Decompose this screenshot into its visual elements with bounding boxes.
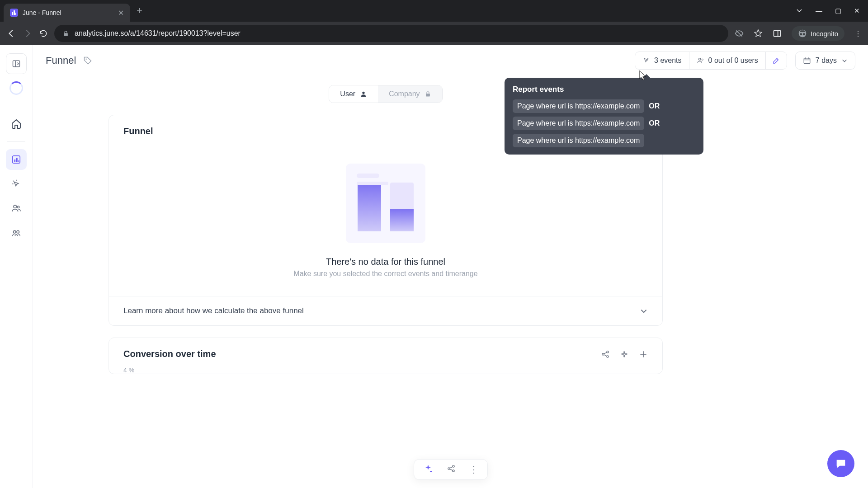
svg-point-16 bbox=[17, 206, 19, 208]
svg-line-42 bbox=[449, 467, 453, 468]
close-window-icon[interactable]: ✕ bbox=[854, 7, 860, 15]
incognito-badge[interactable]: Incognito bbox=[792, 26, 844, 41]
tooltip-title: Report events bbox=[513, 85, 695, 94]
back-icon[interactable] bbox=[6, 28, 16, 38]
new-tab-button[interactable]: + bbox=[137, 5, 142, 17]
tooltip-event-row: Page where url is https://example.com OR bbox=[513, 99, 695, 113]
lock-icon bbox=[62, 30, 69, 37]
tooltip-event-row: Page where url is https://example.com bbox=[513, 134, 695, 147]
chevron-down-icon bbox=[640, 307, 648, 315]
tag-icon[interactable] bbox=[83, 56, 92, 65]
tab-close-icon[interactable]: ✕ bbox=[118, 9, 124, 17]
empty-heading: There's no data for this funnel bbox=[326, 257, 445, 267]
funnel-empty-illustration bbox=[346, 164, 425, 243]
event-or: OR bbox=[649, 119, 660, 127]
svg-rect-0 bbox=[12, 12, 13, 15]
sidebar-item-reports[interactable] bbox=[6, 149, 27, 170]
sidebar-item-home[interactable] bbox=[6, 113, 27, 134]
maximize-icon[interactable]: ▢ bbox=[835, 7, 841, 15]
conversion-title: Conversion over time bbox=[123, 349, 216, 359]
incognito-label: Incognito bbox=[811, 30, 838, 38]
favicon bbox=[10, 9, 18, 17]
url-input[interactable]: analytics.june.so/a/14631/report/190013?… bbox=[54, 25, 728, 42]
svg-rect-1 bbox=[14, 10, 15, 15]
sidebar-item-events[interactable] bbox=[6, 174, 27, 194]
share-icon[interactable] bbox=[601, 350, 610, 359]
event-chip: Page where url is https://example.com bbox=[513, 134, 644, 147]
tab-title: June - Funnel bbox=[23, 9, 113, 16]
floating-toolbar: ⋮ bbox=[414, 459, 488, 480]
svg-rect-4 bbox=[774, 30, 781, 36]
cursor-click-icon bbox=[11, 179, 21, 189]
minimize-icon[interactable]: — bbox=[816, 7, 822, 15]
level-user-button[interactable]: User bbox=[329, 85, 378, 103]
eye-off-icon[interactable] bbox=[735, 29, 744, 38]
svg-rect-27 bbox=[426, 94, 430, 96]
main-content: Funnel 3 events 0 out of 0 users bbox=[33, 45, 868, 488]
window-controls: — ▢ ✕ bbox=[796, 7, 864, 15]
svg-rect-14 bbox=[19, 160, 19, 162]
lock-icon bbox=[425, 91, 431, 98]
tooltip-event-row: Page where url is https://example.com OR bbox=[513, 117, 695, 130]
share-button[interactable] bbox=[447, 464, 456, 475]
more-menu-button[interactable]: ⋮ bbox=[469, 464, 478, 475]
empty-subtext: Make sure you selected the correct event… bbox=[293, 270, 477, 278]
level-company-button[interactable]: Company bbox=[378, 85, 442, 103]
incognito-icon bbox=[798, 29, 807, 38]
conversion-card: Conversion over time 4 % bbox=[108, 338, 663, 374]
bookmark-star-icon[interactable] bbox=[754, 29, 763, 38]
svg-rect-35 bbox=[623, 351, 625, 354]
svg-rect-22 bbox=[804, 58, 810, 64]
browser-menu-icon[interactable]: ⋮ bbox=[854, 29, 862, 38]
svg-point-7 bbox=[800, 33, 802, 35]
sidebar bbox=[0, 45, 33, 488]
conversion-yaxis-label: 4 % bbox=[109, 364, 662, 374]
tabs-dropdown-icon[interactable] bbox=[796, 7, 803, 15]
learn-more-toggle[interactable]: Learn more about how we calculate the ab… bbox=[109, 296, 662, 325]
users-icon bbox=[697, 56, 705, 65]
report-events-tooltip: Report events Page where url is https://… bbox=[505, 78, 703, 155]
ai-sparkle-button[interactable] bbox=[423, 464, 433, 475]
chat-fab[interactable] bbox=[827, 450, 854, 477]
event-chip: Page where url is https://example.com bbox=[513, 99, 644, 113]
browser-address-bar: analytics.june.so/a/14631/report/190013?… bbox=[0, 22, 868, 45]
users-pill[interactable]: 0 out of 0 users bbox=[689, 52, 765, 69]
svg-point-19 bbox=[86, 58, 87, 60]
browser-tab-strip: June - Funnel ✕ + — ▢ ✕ bbox=[0, 0, 868, 22]
funnel-empty-state: There's no data for this funnel Make sur… bbox=[109, 141, 662, 296]
spinner-icon bbox=[9, 81, 23, 95]
sidebar-item-companies[interactable] bbox=[6, 222, 27, 243]
side-panel-icon[interactable] bbox=[773, 29, 782, 38]
sidebar-divider bbox=[7, 141, 25, 142]
browser-tab-active[interactable]: June - Funnel ✕ bbox=[4, 4, 130, 22]
slack-icon[interactable] bbox=[620, 350, 629, 359]
learn-more-label: Learn more about how we calculate the ab… bbox=[123, 306, 304, 315]
svg-point-18 bbox=[17, 230, 19, 233]
calendar-icon bbox=[803, 56, 811, 65]
event-chip: Page where url is https://example.com bbox=[513, 117, 644, 130]
forward-icon bbox=[23, 28, 33, 38]
svg-line-32 bbox=[604, 354, 607, 356]
svg-rect-2 bbox=[15, 13, 16, 15]
page-title: Funnel bbox=[46, 55, 76, 66]
events-pill[interactable]: 3 events bbox=[635, 52, 689, 69]
reload-icon[interactable] bbox=[39, 29, 48, 38]
sidebar-divider bbox=[7, 106, 25, 106]
sidebar-item-users[interactable] bbox=[6, 198, 27, 219]
sidebar-collapse-button[interactable] bbox=[6, 53, 27, 74]
svg-line-31 bbox=[604, 352, 607, 353]
edit-icon bbox=[772, 56, 780, 65]
edit-setup-button[interactable] bbox=[765, 52, 787, 69]
user-icon bbox=[360, 90, 367, 98]
cursor-sparkle-icon bbox=[642, 56, 651, 65]
users-icon bbox=[11, 203, 21, 213]
chat-icon bbox=[835, 457, 847, 470]
users-count: 0 out of 0 users bbox=[708, 56, 758, 65]
svg-point-26 bbox=[362, 92, 364, 94]
company-group-icon bbox=[11, 228, 21, 238]
date-range-picker[interactable]: 7 days bbox=[795, 52, 855, 70]
events-count: 3 events bbox=[654, 56, 681, 65]
add-icon[interactable] bbox=[639, 350, 648, 359]
level-company-label: Company bbox=[389, 90, 420, 98]
svg-rect-36 bbox=[623, 354, 625, 357]
